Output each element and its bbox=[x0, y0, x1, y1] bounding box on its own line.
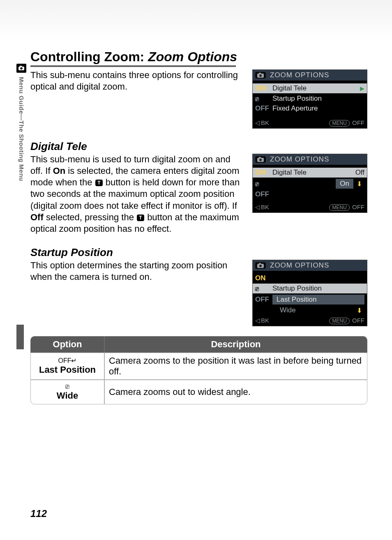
menu-item-digital-tele: ON Digital Tele Off bbox=[253, 168, 367, 178]
back-hint: BK bbox=[255, 119, 269, 127]
table-header-row: Option Description bbox=[30, 336, 367, 353]
svg-point-2 bbox=[20, 67, 23, 70]
menu-icon: MENU bbox=[329, 318, 349, 324]
section-heading-startup-position: Startup Position bbox=[30, 246, 367, 259]
menu-icon: MENU bbox=[329, 120, 349, 127]
menu-item-digital-tele[interactable]: ON Digital Tele ▶ bbox=[253, 83, 367, 93]
lcd-startup-position-submenu: ZOOM OPTIONS ON ⎚ Startup Position OFF L… bbox=[252, 260, 367, 326]
menu-option-last-position[interactable]: OFF Last Position bbox=[255, 294, 364, 305]
page-marker bbox=[16, 325, 24, 349]
startup-position-options-table: Option Description OFF↵ Last Position Ca… bbox=[30, 336, 367, 404]
col-option: Option bbox=[30, 336, 104, 353]
sliders-icon: ⎚ bbox=[255, 95, 269, 102]
wide-icon: ⎚ bbox=[35, 383, 100, 390]
digital-tele-body: This sub-menu is used to turn digital zo… bbox=[30, 154, 242, 235]
menu-item-startup-position[interactable]: ⎚ Startup Position bbox=[255, 94, 364, 104]
table-row: ⎚ Wide Camera zooms out to widest angle. bbox=[30, 380, 367, 404]
intro-text: This sub-menu contains three options for… bbox=[30, 69, 242, 92]
chevron-right-icon: ▶ bbox=[360, 85, 364, 92]
svg-rect-11 bbox=[259, 157, 261, 158]
menu-option-wide[interactable]: Wide ⬇ bbox=[255, 305, 364, 315]
back-hint: BK bbox=[255, 317, 269, 324]
tele-button-icon: T bbox=[95, 179, 103, 187]
menu-option-on[interactable]: ⎚ On ⬇ bbox=[255, 178, 364, 189]
svg-text:T: T bbox=[139, 215, 142, 221]
startup-position-body: This option determines the starting zoom… bbox=[30, 260, 242, 283]
camera-icon bbox=[16, 64, 26, 73]
option-label: Last Position bbox=[39, 365, 96, 375]
option-description: Camera zooms out to widest angle. bbox=[104, 380, 367, 404]
arrow-down-icon: ⬇ bbox=[357, 307, 362, 314]
svg-rect-4 bbox=[259, 73, 261, 74]
option-label: Wide bbox=[57, 390, 78, 401]
lcd-zoom-options-main: ZOOM OPTIONS ON Digital Tele ▶ ⎚ Startup… bbox=[252, 69, 367, 129]
lcd-digital-tele-submenu: ZOOM OPTIONS ON Digital Tele Off ⎚ On ⬇ … bbox=[252, 154, 367, 213]
table-row: OFF↵ Last Position Camera zooms to the p… bbox=[30, 353, 367, 380]
menu-icon: MENU bbox=[329, 204, 349, 211]
tele-button-icon: T bbox=[136, 214, 145, 222]
col-description: Description bbox=[104, 336, 367, 353]
svg-point-12 bbox=[259, 159, 262, 161]
option-description: Camera zooms to the position it was last… bbox=[104, 353, 367, 380]
page-title: Controlling Zoom: Zoom Options bbox=[30, 49, 367, 67]
side-tab-label: Menu Guide—The Shooting Menu bbox=[18, 74, 25, 181]
back-hint: BK bbox=[255, 203, 269, 211]
menu-item-startup-position: ⎚ Startup Position bbox=[253, 284, 367, 293]
svg-point-15 bbox=[259, 265, 262, 267]
section-side-tab: Menu Guide—The Shooting Menu bbox=[16, 64, 26, 181]
svg-point-5 bbox=[259, 74, 262, 77]
arrow-down-icon: ⬇ bbox=[357, 180, 362, 188]
svg-rect-14 bbox=[259, 263, 261, 264]
section-heading-digital-tele: Digital Tele bbox=[30, 140, 367, 153]
sliders-icon: ⎚ bbox=[255, 285, 269, 292]
page-number: 112 bbox=[30, 508, 47, 519]
camera-icon bbox=[255, 156, 266, 163]
menu-item-fixed-aperture[interactable]: OFF Fixed Aperture bbox=[255, 104, 364, 113]
last-position-icon: OFF↵ bbox=[35, 357, 100, 365]
svg-rect-1 bbox=[20, 66, 22, 67]
camera-icon bbox=[255, 262, 266, 269]
camera-icon bbox=[255, 72, 266, 78]
sliders-icon: ⎚ bbox=[255, 180, 269, 187]
svg-text:T: T bbox=[97, 180, 101, 186]
